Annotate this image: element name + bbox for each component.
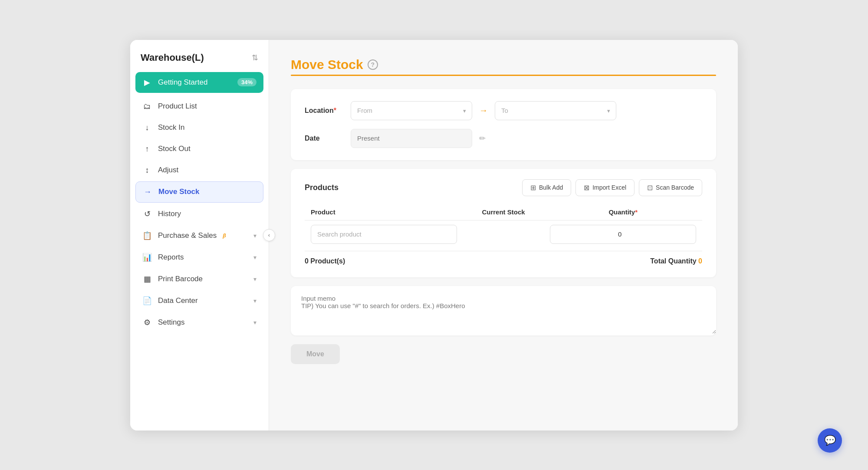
- products-section: Products ⊞ Bulk Add ⊠ Import Excel ⊡ Sca: [291, 169, 716, 277]
- date-input[interactable]: [351, 129, 472, 148]
- sidebar-item-print-barcode[interactable]: ▦ Print Barcode ▾: [135, 269, 263, 289]
- main-content: Move Stock ? Location* From: [269, 40, 738, 431]
- data-center-icon: 📄: [142, 296, 152, 306]
- purchase-sales-icon: 📋: [142, 231, 152, 240]
- col-current-stock: Current Stock: [463, 204, 544, 220]
- import-excel-button[interactable]: ⊠ Import Excel: [575, 179, 635, 196]
- warehouse-title: Warehouse(L): [141, 52, 204, 63]
- arrow-right-icon: →: [479, 105, 488, 115]
- sidebar-item-label: Adjust: [158, 166, 178, 174]
- sidebar-item-label: Print Barcode: [158, 275, 203, 283]
- sidebar-item-label: Product List: [158, 102, 197, 111]
- edit-icon[interactable]: ✏: [479, 134, 486, 143]
- page-title: Move Stock: [291, 57, 363, 72]
- total-quantity-value: 0: [698, 257, 702, 265]
- from-location-wrapper: From ▾: [351, 101, 472, 120]
- print-barcode-icon: ▦: [142, 274, 152, 284]
- total-quantity: Total Quantity 0: [650, 257, 702, 265]
- bulk-add-button[interactable]: ⊞ Bulk Add: [522, 179, 571, 196]
- chat-icon: 💬: [824, 435, 836, 446]
- date-label: Date: [305, 135, 344, 142]
- to-location-wrapper: To ▾: [495, 101, 616, 120]
- memo-textarea[interactable]: [291, 286, 716, 334]
- bulk-add-icon: ⊞: [530, 184, 536, 192]
- sidebar-item-label: Stock In: [158, 123, 184, 132]
- progress-badge: 34%: [237, 78, 256, 86]
- to-location-select[interactable]: To: [495, 101, 616, 120]
- product-input-row: [305, 220, 702, 248]
- sidebar-nav: ▶ Getting Started 34% 🗂 Product List ↓ S…: [130, 72, 269, 431]
- required-star: *: [334, 107, 336, 114]
- date-row: Date ✏: [305, 129, 702, 148]
- sidebar-item-history[interactable]: ↺ History: [135, 204, 263, 224]
- sidebar-item-move-stock[interactable]: → Move Stock: [135, 181, 263, 203]
- reports-icon: 📊: [142, 253, 152, 262]
- chevron-left-icon: ‹: [268, 232, 270, 238]
- sidebar-item-stock-in[interactable]: ↓ Stock In: [135, 118, 263, 138]
- scan-barcode-button[interactable]: ⊡ Scan Barcode: [639, 179, 702, 196]
- scan-barcode-icon: ⊡: [647, 184, 653, 192]
- move-stock-icon: →: [143, 187, 152, 197]
- sidebar-item-product-list[interactable]: 🗂 Product List: [135, 96, 263, 117]
- sidebar: Warehouse(L) ⇅ ▶ Getting Started 34% 🗂 P…: [130, 40, 269, 431]
- product-count: 0 Product(s): [305, 257, 345, 265]
- import-excel-icon: ⊠: [584, 184, 589, 192]
- sidebar-item-reports[interactable]: 📊 Reports ▾: [135, 247, 263, 268]
- search-product-input[interactable]: [311, 225, 457, 244]
- products-actions: ⊞ Bulk Add ⊠ Import Excel ⊡ Scan Barcode: [522, 179, 702, 196]
- chat-fab-button[interactable]: 💬: [818, 428, 842, 453]
- sidebar-item-label: Settings: [158, 318, 184, 327]
- play-icon: ▶: [142, 78, 152, 87]
- sidebar-item-label: Reports: [158, 253, 184, 262]
- sidebar-item-adjust[interactable]: ↕ Adjust: [135, 160, 263, 181]
- current-stock-cell: [463, 220, 544, 248]
- col-quantity: Quantity*: [544, 204, 702, 220]
- sidebar-item-label: Getting Started: [158, 78, 207, 87]
- sidebar-item-label: History: [158, 210, 181, 218]
- chevron-down-icon: ▾: [253, 254, 256, 261]
- sidebar-item-settings[interactable]: ⚙ Settings ▾: [135, 312, 263, 333]
- sidebar-item-stock-out[interactable]: ↑ Stock Out: [135, 139, 263, 159]
- sidebar-header: Warehouse(L) ⇅: [130, 40, 269, 72]
- sidebar-item-label: Purchase & Sales: [158, 231, 217, 240]
- sidebar-item-label: Stock Out: [158, 145, 191, 153]
- adjust-icon: ↕: [142, 166, 152, 175]
- products-section-title: Products: [305, 183, 339, 192]
- chevron-down-icon: ▾: [253, 276, 256, 283]
- beta-badge: β: [223, 233, 226, 239]
- memo-section: [291, 286, 716, 335]
- products-header: Products ⊞ Bulk Add ⊠ Import Excel ⊡ Sca: [305, 179, 702, 196]
- search-product-cell: [305, 220, 463, 248]
- stock-out-icon: ↑: [142, 145, 152, 154]
- location-row: Location* From ▾ → To ▾: [305, 101, 702, 120]
- warehouse-toggle-icon[interactable]: ⇅: [252, 53, 258, 62]
- from-location-select[interactable]: From: [351, 101, 472, 120]
- sidebar-item-label: Data Center: [158, 296, 198, 305]
- product-table: Product Current Stock Quantity*: [305, 204, 702, 248]
- title-divider: [291, 75, 716, 76]
- settings-icon: ⚙: [142, 318, 152, 327]
- move-button[interactable]: Move: [291, 344, 340, 364]
- col-product: Product: [305, 204, 463, 220]
- location-label: Location*: [305, 107, 344, 115]
- sidebar-item-getting-started[interactable]: ▶ Getting Started 34%: [135, 72, 263, 93]
- sidebar-item-label: Move Stock: [158, 187, 199, 196]
- quantity-input[interactable]: [550, 225, 696, 244]
- product-list-icon: 🗂: [142, 102, 152, 111]
- history-icon: ↺: [142, 209, 152, 219]
- chevron-down-icon: ▾: [253, 232, 256, 239]
- help-icon[interactable]: ?: [368, 59, 378, 70]
- location-date-form: Location* From ▾ → To ▾: [291, 89, 716, 160]
- sidebar-item-data-center[interactable]: 📄 Data Center ▾: [135, 290, 263, 311]
- sidebar-collapse-button[interactable]: ‹: [263, 229, 275, 241]
- page-title-row: Move Stock ?: [291, 57, 716, 72]
- quantity-cell: [544, 220, 702, 248]
- summary-row: 0 Product(s) Total Quantity 0: [305, 251, 702, 267]
- sidebar-item-purchase-sales[interactable]: 📋 Purchase & Sales β ▾: [135, 225, 263, 246]
- stock-in-icon: ↓: [142, 123, 152, 132]
- chevron-down-icon: ▾: [253, 297, 256, 304]
- chevron-down-icon: ▾: [253, 319, 256, 326]
